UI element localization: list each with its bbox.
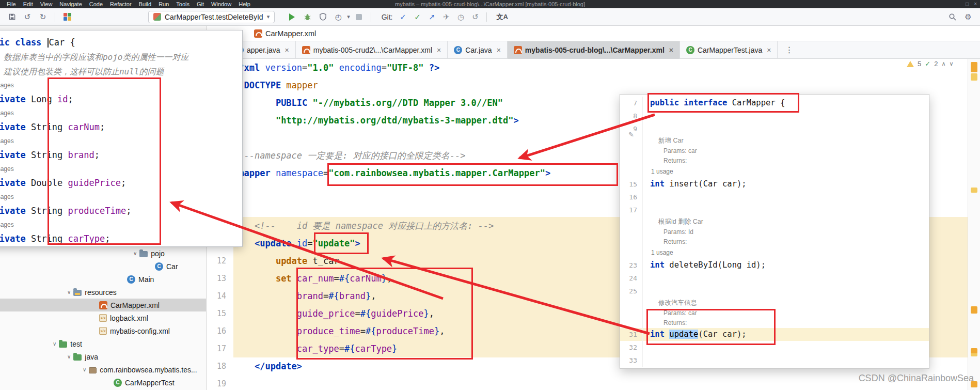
code-text — [233, 375, 968, 390]
translate-icon[interactable]: 文A — [496, 12, 508, 22]
undo-icon[interactable]: ↺ — [21, 10, 34, 24]
line-number: 13 — [207, 270, 233, 287]
git-commit-icon[interactable]: ✓ — [411, 12, 423, 22]
settings-gear-icon[interactable]: ⚙ — [961, 10, 975, 24]
ok-icon: ✓ — [925, 60, 930, 68]
chevron-down-icon[interactable]: ∨ — [133, 251, 137, 256]
menu-edit[interactable]: Edit — [20, 0, 37, 8]
interface-popup-line: 15int insert(Car car); — [620, 178, 929, 191]
line-number: 8 — [620, 110, 643, 122]
chevron-down-icon[interactable]: ∨ — [53, 341, 56, 347]
tab-CarMapperTest.java[interactable]: CarMapperTest.java× — [680, 41, 778, 59]
tab-mybatis-005-crud2\...\CarMapper.xml[interactable]: mybatis-005-crud2\...\CarMapper.xml× — [296, 41, 448, 59]
redo-icon[interactable]: ↻ — [36, 10, 50, 24]
menu-run[interactable]: Run — [155, 0, 172, 8]
tree-label: Main — [138, 275, 154, 284]
tree-item-test[interactable]: ∨test — [0, 337, 207, 350]
editor-line[interactable]: <?xml version="1.0" encoding="UTF-8" ?> — [207, 59, 968, 76]
popup-text — [643, 272, 929, 285]
run-more-chevron-icon[interactable]: ▾ — [347, 13, 350, 20]
search-icon[interactable] — [946, 10, 959, 24]
interface-popup-line: 33 — [620, 354, 929, 367]
editor-line[interactable]: <!DOCTYPE mapper — [207, 76, 968, 94]
menu-tools[interactable]: Tools — [172, 0, 193, 8]
popup-text — [643, 110, 929, 122]
stripe-mark[interactable] — [971, 73, 977, 81]
save-icon[interactable] — [5, 10, 19, 24]
menu-git[interactable]: Git — [193, 0, 208, 8]
ide-window: FileEditViewNavigateCodeRefactorBuildRun… — [0, 0, 980, 390]
next-issue-icon[interactable]: ∨ — [949, 60, 953, 67]
close-tab-icon[interactable]: × — [437, 46, 441, 54]
git-update-icon[interactable]: ✓ — [397, 12, 409, 22]
test-class-icon — [686, 46, 694, 54]
tree-item-Main[interactable]: Main — [0, 273, 207, 286]
run-button[interactable] — [285, 10, 298, 24]
interface-popup-line: 32 — [620, 341, 929, 354]
interface-popup-line: Returns: — [620, 156, 929, 166]
git-rollback-icon[interactable]: ↺ — [469, 12, 481, 22]
error-stripe[interactable] — [968, 59, 980, 390]
tree-item-Car[interactable]: Car — [0, 260, 207, 273]
git-history-icon[interactable]: ◷ — [454, 12, 467, 22]
popup-text: int deleteById(Long id); — [643, 259, 929, 272]
close-tab-icon[interactable]: × — [285, 46, 289, 54]
run-config-selector[interactable]: CarMapperTest.testDeleteById ▾ — [148, 11, 275, 23]
xml-icon — [99, 314, 107, 322]
tree-item-CarMapper.xml[interactable]: CarMapper.xml — [0, 299, 207, 311]
line-number: 32 — [620, 341, 643, 354]
warning-icon — [907, 61, 914, 67]
stop-button[interactable] — [352, 10, 366, 24]
menu-view[interactable]: View — [37, 0, 56, 8]
maximize-button[interactable]: □ — [966, 0, 969, 8]
chevron-down-icon[interactable]: ∨ — [67, 289, 71, 295]
chevron-down-icon[interactable]: ∨ — [83, 367, 86, 372]
tabs-more-button[interactable]: ⋮ — [785, 45, 793, 55]
car-class-popup: blic class Car {// 数据库表当中的字段应该和pojo类的属性一… — [0, 30, 243, 247]
close-button[interactable]: × — [974, 0, 977, 8]
palette-icon[interactable] — [60, 10, 74, 24]
git-push-icon[interactable]: ↗ — [425, 12, 438, 22]
text-caret — [48, 38, 49, 48]
line-number: 17 — [620, 204, 643, 216]
menu-help[interactable]: Help — [235, 0, 254, 8]
tree-item-com.rainbowsea.mybatis.tes...[interactable]: ∨com.rainbowsea.mybatis.tes... — [0, 363, 207, 376]
breadcrumb-file[interactable]: CarMapper.xml — [265, 29, 316, 38]
menu-navigate[interactable]: Navigate — [56, 0, 85, 8]
tree-item-logback.xml[interactable]: logback.xml — [0, 311, 207, 324]
profiler-icon[interactable]: ◴ — [331, 10, 345, 24]
tab-Car.java[interactable]: Car.java× — [448, 41, 508, 59]
coverage-shield-icon[interactable] — [316, 10, 329, 24]
menu-file[interactable]: File — [3, 0, 20, 8]
menu-window[interactable]: Window — [208, 0, 235, 8]
git-shelve-icon[interactable]: ✈ — [440, 12, 452, 22]
tree-item-resources[interactable]: ∨resources — [0, 286, 207, 299]
tree-item-pojo[interactable]: ∨pojo — [0, 247, 207, 260]
close-tab-icon[interactable]: × — [767, 46, 771, 54]
tab-mybatis-005-crud-blog\...\CarMapper.xml[interactable]: mybatis-005-crud-blog\...\CarMapper.xml× — [508, 41, 680, 59]
interface-popup-line: Params: car — [620, 308, 929, 318]
test-class-icon — [114, 379, 122, 387]
menu-code[interactable]: Code — [86, 0, 106, 8]
debug-icon[interactable] — [301, 10, 314, 24]
tree-item-CarMapperTest[interactable]: CarMapperTest — [0, 376, 207, 389]
window-controls: □ × — [966, 0, 977, 8]
stripe-mark[interactable] — [971, 188, 977, 193]
stripe-mark[interactable] — [971, 348, 977, 353]
line-number: 23 — [620, 259, 643, 272]
menu-build[interactable]: Build — [135, 0, 155, 8]
tree-item-mybatis-config.xml[interactable]: mybatis-config.xml — [0, 324, 207, 337]
close-tab-icon[interactable]: × — [669, 46, 673, 54]
tab-strip: apper.java×mybatis-005-crud2\...\CarMapp… — [229, 41, 778, 59]
chevron-down-icon[interactable]: ∨ — [67, 354, 71, 360]
menu-refactor[interactable]: Refactor — [106, 0, 135, 8]
inspections-widget[interactable]: 5 ✓ 2 ∧ ∨ — [907, 60, 954, 68]
tree-label: pojo — [151, 249, 164, 258]
close-tab-icon[interactable]: × — [497, 46, 501, 54]
prev-issue-icon[interactable]: ∧ — [941, 60, 945, 67]
popup-text: 新增 Car — [643, 135, 929, 146]
stripe-mark[interactable] — [971, 306, 977, 314]
editor-line[interactable]: 19 — [207, 375, 968, 390]
tree-item-java[interactable]: ∨java — [0, 350, 207, 363]
stripe-mark[interactable] — [971, 62, 977, 72]
